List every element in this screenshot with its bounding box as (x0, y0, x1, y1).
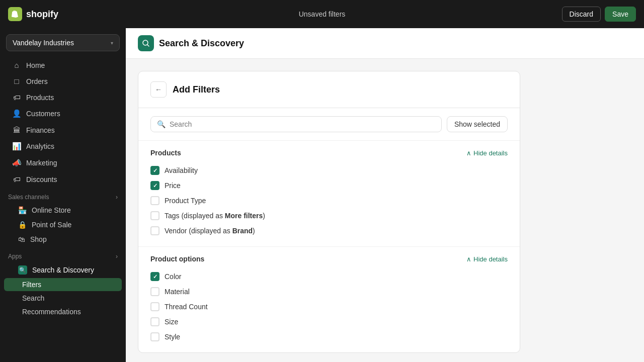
save-button[interactable]: Save (605, 7, 636, 22)
product-options-hide-details-button[interactable]: ∧ Hide details (466, 255, 508, 263)
availability-label: Availability (165, 166, 198, 174)
page-header-icon (138, 35, 154, 51)
sidebar-item-label: Orders (26, 77, 48, 85)
products-hide-details-button[interactable]: ∧ Hide details (466, 149, 508, 157)
topbar-status: Unsaved filters (299, 10, 346, 18)
search-input-wrap: 🔍 (150, 116, 442, 132)
filters-label: Filters (22, 281, 41, 289)
sidebar-item-label: Point of Sale (32, 221, 71, 229)
search-bar-row: 🔍 Show selected (138, 108, 520, 141)
discounts-icon: 🏷 (12, 175, 21, 184)
pos-icon: 🔒 (18, 221, 27, 229)
product-options-section: Product options ∧ Hide details Color Mat… (138, 247, 520, 352)
store-selector[interactable]: Vandelay Industries ▾ (6, 34, 120, 51)
search-input[interactable] (170, 120, 435, 128)
vendor-checkbox[interactable] (150, 226, 159, 235)
content-area: Search & Discovery ← Add Filters 🔍 (126, 28, 644, 362)
sidebar-item-finances[interactable]: 🏛 Finances (4, 122, 122, 138)
availability-checkbox[interactable] (150, 166, 159, 175)
sidebar-item-label: Analytics (26, 142, 54, 150)
sidebar-item-search-discovery[interactable]: 🔍 Search & Discovery (4, 262, 122, 278)
sidebar-leaf-search[interactable]: Search (4, 292, 122, 305)
customers-icon: 👤 (12, 109, 21, 118)
sidebar-item-label: Search & Discovery (32, 266, 94, 274)
filter-item-style[interactable]: Style (150, 329, 508, 344)
filter-item-vendor[interactable]: Vendor (displayed as Brand) (150, 223, 508, 238)
page-header: Search & Discovery (126, 28, 644, 59)
sidebar-item-label: Shop (30, 235, 47, 243)
sidebar-item-marketing[interactable]: 📣 Marketing (4, 155, 122, 171)
online-store-icon: 🏪 (18, 206, 27, 214)
sidebar-item-customers[interactable]: 👤 Customers (4, 106, 122, 122)
thread-count-checkbox[interactable] (150, 302, 159, 311)
svg-line-1 (147, 45, 149, 46)
color-checkbox[interactable] (150, 272, 159, 281)
tags-label: Tags (displayed as More filters) (165, 212, 265, 220)
sidebar-item-discounts[interactable]: 🏷 Discounts (4, 171, 122, 187)
filter-item-size[interactable]: Size (150, 314, 508, 329)
product-options-section-header: Product options ∧ Hide details (150, 255, 508, 263)
products-icon: 🏷 (12, 93, 21, 102)
filter-item-availability[interactable]: Availability (150, 163, 508, 178)
shopify-icon (8, 7, 22, 21)
filter-item-tags[interactable]: Tags (displayed as More filters) (150, 208, 508, 223)
topbar-logo: shopify (8, 7, 58, 21)
material-label: Material (165, 288, 190, 296)
sidebar-item-products[interactable]: 🏷 Products (4, 89, 122, 105)
chevron-down-icon: ▾ (111, 40, 113, 46)
back-button[interactable]: ← (150, 81, 167, 98)
expand-icon[interactable]: › (116, 194, 118, 201)
apps-expand-icon[interactable]: › (116, 253, 118, 260)
products-section: Products ∧ Hide details Availability Pri… (138, 141, 520, 247)
sidebar-item-label: Online Store (32, 206, 71, 214)
recommendations-label: Recommendations (22, 308, 81, 316)
store-name: Vandelay Industries (13, 39, 74, 47)
product-options-section-title: Product options (150, 255, 204, 263)
products-section-header: Products ∧ Hide details (150, 149, 508, 157)
sidebar-item-online-store[interactable]: 🏪 Online Store (4, 203, 122, 217)
discard-button[interactable]: Discard (562, 7, 601, 22)
size-label: Size (165, 318, 178, 326)
chevron-up-icon: ∧ (466, 255, 471, 263)
topbar: shopify Unsaved filters Discard Save (0, 0, 644, 28)
size-checkbox[interactable] (150, 317, 159, 326)
filter-item-product-type[interactable]: Product Type (150, 193, 508, 208)
apps-label: Apps › (0, 247, 126, 262)
material-checkbox[interactable] (150, 287, 159, 296)
search-discovery-icon: 🔍 (18, 265, 27, 275)
filter-item-price[interactable]: Price (150, 178, 508, 193)
sidebar-item-analytics[interactable]: 📊 Analytics (4, 138, 122, 154)
home-icon: ⌂ (12, 61, 21, 69)
sidebar: Vandelay Industries ▾ ⌂ Home □ Orders 🏷 … (0, 28, 126, 362)
style-checkbox[interactable] (150, 332, 159, 341)
filter-item-material[interactable]: Material (150, 284, 508, 299)
show-selected-button[interactable]: Show selected (447, 116, 508, 132)
tags-checkbox[interactable] (150, 211, 159, 220)
filter-item-color[interactable]: Color (150, 269, 508, 284)
sidebar-leaf-filters[interactable]: Filters (4, 278, 122, 291)
sidebar-item-orders[interactable]: □ Orders (4, 73, 122, 89)
sales-channels-label: Sales channels › (0, 188, 126, 203)
filters-card: ← Add Filters 🔍 Show selected Products (138, 71, 520, 353)
filters-title: Add Filters (173, 84, 220, 95)
vendor-label: Vendor (displayed as Brand) (165, 227, 255, 235)
marketing-icon: 📣 (12, 158, 21, 167)
search-icon: 🔍 (157, 120, 166, 128)
sidebar-item-point-of-sale[interactable]: 🔒 Point of Sale (4, 218, 122, 232)
color-label: Color (165, 273, 181, 281)
sidebar-item-label: Marketing (26, 159, 57, 167)
price-checkbox[interactable] (150, 181, 159, 190)
sidebar-item-label: Customers (26, 110, 60, 118)
back-icon: ← (155, 85, 162, 94)
main-layout: Vandelay Industries ▾ ⌂ Home □ Orders 🏷 … (0, 28, 644, 362)
filter-item-thread-count[interactable]: Thread Count (150, 299, 508, 314)
finances-icon: 🏛 (12, 126, 21, 134)
style-label: Style (165, 333, 180, 341)
search-label: Search (22, 294, 44, 302)
sidebar-leaf-recommendations[interactable]: Recommendations (4, 305, 122, 318)
sidebar-item-home[interactable]: ⌂ Home (4, 57, 122, 73)
chevron-up-icon: ∧ (466, 149, 471, 157)
sidebar-item-shop[interactable]: 🛍 Shop (4, 232, 122, 246)
product-type-checkbox[interactable] (150, 196, 159, 205)
product-type-label: Product Type (165, 197, 206, 205)
